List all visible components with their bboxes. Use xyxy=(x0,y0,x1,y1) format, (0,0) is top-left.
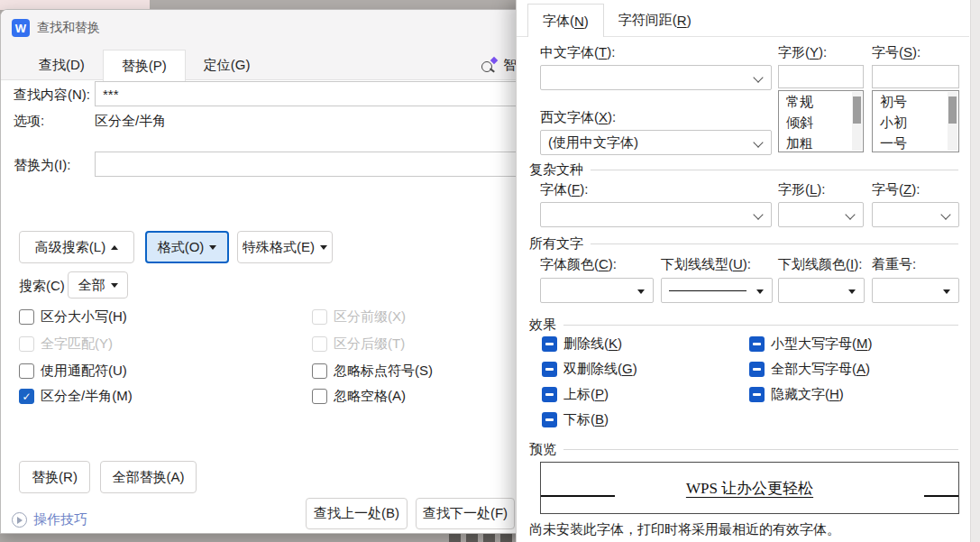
find-dialog-titlebar: W 查找和替换 xyxy=(12,19,100,37)
dropdown-arrow-icon xyxy=(943,289,950,298)
checkbox-label: 区分前缀(X) xyxy=(334,308,406,326)
checkbox-subscript[interactable]: 下标(B) xyxy=(542,411,609,428)
chinese-font-combobox[interactable] xyxy=(540,65,772,90)
complex-font-combobox[interactable] xyxy=(540,202,772,227)
emphasis-mark-label: 着重号: xyxy=(872,256,916,273)
checkbox-double-strikethrough[interactable]: 双删除线(G) xyxy=(542,361,637,378)
checkbox-match-suffix[interactable]: 区分后缀(T) xyxy=(312,335,405,353)
emphasis-mark-dropdown[interactable] xyxy=(872,278,959,303)
checkbox-label: 区分后缀(T) xyxy=(334,335,405,353)
complex-script-group: 复杂文种 xyxy=(529,161,958,179)
underline-style-label: 下划线线型(U): xyxy=(661,256,751,273)
dropdown-arrow-icon xyxy=(756,289,764,298)
checkbox-box xyxy=(312,363,327,379)
checkbox-label: 使用通配符(U) xyxy=(41,363,127,380)
all-text-group: 所有文字 xyxy=(529,235,958,253)
checkbox-box xyxy=(19,389,34,404)
font-color-dropdown[interactable] xyxy=(540,278,654,303)
window-edge xyxy=(970,0,980,542)
scrollbar-thumb[interactable] xyxy=(853,96,861,124)
chevron-down-icon xyxy=(320,245,327,253)
underline-style-dropdown[interactable] xyxy=(661,278,773,303)
checkbox-label: 区分全/半角(M) xyxy=(41,388,133,405)
checkbox-hidden-text[interactable]: 隐藏文字(H) xyxy=(749,386,844,403)
checkbox-wildcards[interactable]: 使用通配符(U) xyxy=(19,363,127,380)
scrollbar-thumb[interactable] xyxy=(948,96,957,124)
dropdown-arrow-icon xyxy=(848,289,856,298)
list-item[interactable]: 一号 xyxy=(873,133,958,152)
effects-group: 效果 xyxy=(529,317,958,334)
western-font-combobox[interactable]: (使用中文字体) xyxy=(540,130,772,155)
scrollbar[interactable] xyxy=(948,92,957,151)
checkbox-label: 下标(B) xyxy=(563,411,609,428)
font-size-listbox[interactable]: 初号 小初 一号 xyxy=(872,90,959,152)
scrollbar[interactable] xyxy=(852,92,862,151)
checkbox-whole-word[interactable]: 全字匹配(Y) xyxy=(19,335,113,353)
font-size-input[interactable] xyxy=(872,65,959,88)
options-label: 选项: xyxy=(14,113,44,130)
underline-color-dropdown[interactable] xyxy=(778,278,865,303)
replace-with-label: 替换为(I): xyxy=(14,157,70,174)
checkbox-match-prefix[interactable]: 区分前缀(X) xyxy=(312,308,406,326)
preview-text: WPS 让办公更轻松 xyxy=(686,478,813,499)
checkbox-box xyxy=(542,362,557,377)
western-font-value: (使用中文字体) xyxy=(548,134,638,152)
underline-color-label: 下划线颜色(I): xyxy=(778,256,862,273)
font-style-input[interactable] xyxy=(778,65,864,88)
checkbox-label: 小型大写字母(M) xyxy=(771,335,873,353)
tab-replace[interactable]: 替换(P) xyxy=(103,50,186,81)
list-item[interactable]: 初号 xyxy=(873,91,958,112)
underline-sample xyxy=(669,290,746,291)
complex-size-label: 字号(Z): xyxy=(872,181,920,198)
search-direction-dropdown[interactable]: 全部 xyxy=(68,271,128,299)
list-item[interactable]: 小初 xyxy=(873,112,958,133)
replace-button[interactable]: 替换(R) xyxy=(19,461,90,493)
complex-style-combobox[interactable] xyxy=(778,202,864,227)
checkbox-small-caps[interactable]: 小型大写字母(M) xyxy=(749,335,873,353)
checkbox-all-caps[interactable]: 全部大写字母(A) xyxy=(749,361,870,378)
operation-tips-link[interactable]: 操作技巧 xyxy=(12,511,87,528)
checkbox-box xyxy=(312,389,327,404)
checkbox-full-half-width[interactable]: 区分全/半角(M) xyxy=(19,388,133,405)
tab-find[interactable]: 查找(D) xyxy=(21,50,103,81)
chevron-down-icon xyxy=(111,283,118,291)
replace-button-label: 替换(R) xyxy=(32,469,78,486)
checkbox-label: 忽略标点符号(S) xyxy=(334,363,433,380)
find-next-button[interactable]: 查找下一处(F) xyxy=(416,498,515,529)
chevron-down-icon xyxy=(845,209,855,219)
list-item[interactable]: 倾斜 xyxy=(779,112,863,133)
replace-all-button[interactable]: 全部替换(A) xyxy=(100,461,197,493)
special-format-label: 特殊格式(E) xyxy=(243,239,315,256)
smart-search-icon xyxy=(481,58,497,73)
checkbox-box xyxy=(19,363,34,379)
checkbox-label: 删除线(K) xyxy=(563,335,622,353)
checkbox-label: 双删除线(G) xyxy=(563,361,637,378)
checkbox-superscript[interactable]: 上标(P) xyxy=(542,386,609,403)
format-button[interactable]: 格式(O) xyxy=(145,231,229,263)
font-style-listbox[interactable]: 常规 倾斜 加粗 xyxy=(778,90,864,152)
group-title: 预览 xyxy=(529,441,556,458)
find-next-label: 查找下一处(F) xyxy=(423,505,508,522)
checkbox-label: 隐藏文字(H) xyxy=(771,386,844,403)
checkbox-match-case[interactable]: 区分大小写(H) xyxy=(19,308,127,326)
checkbox-box xyxy=(312,336,327,352)
checkbox-strikethrough[interactable]: 删除线(K) xyxy=(542,335,622,353)
list-item[interactable]: 加粗 xyxy=(779,133,863,152)
font-color-label: 字体颜色(C): xyxy=(540,256,617,273)
tab-character-spacing[interactable]: 字符间距(R) xyxy=(604,4,706,37)
checkbox-ignore-punctuation[interactable]: 忽略标点符号(S) xyxy=(312,363,433,380)
preview-rule-right xyxy=(924,495,958,497)
advanced-search-label: 高级搜索(L) xyxy=(35,239,105,256)
chevron-down-icon xyxy=(753,72,763,82)
wps-writer-icon: W xyxy=(12,19,30,37)
complex-size-combobox[interactable] xyxy=(872,202,959,227)
checkbox-ignore-whitespace[interactable]: 忽略空格(A) xyxy=(312,388,406,405)
tab-font[interactable]: 字体(N) xyxy=(527,4,604,37)
list-item[interactable]: 常规 xyxy=(779,91,863,112)
tab-goto[interactable]: 定位(G) xyxy=(186,50,269,81)
checkbox-box xyxy=(19,309,34,325)
special-format-button[interactable]: 特殊格式(E) xyxy=(237,231,333,263)
find-previous-button[interactable]: 查找上一处(B) xyxy=(306,498,408,529)
advanced-search-button[interactable]: 高级搜索(L) xyxy=(19,231,134,263)
checkbox-box xyxy=(749,362,765,377)
